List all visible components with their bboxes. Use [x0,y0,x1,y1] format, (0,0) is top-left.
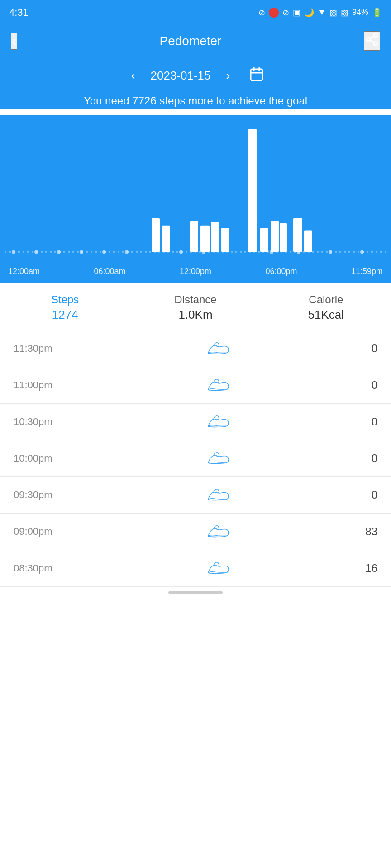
svg-rect-28 [248,129,257,252]
x-label-0: 12:00am [8,267,40,276]
moon-icon: 🌙 [304,8,314,18]
distance-label: Distance [135,293,256,306]
svg-line-3 [370,40,374,42]
shoe-icon [206,340,230,357]
svg-point-21 [360,250,364,254]
timeline-icon [104,377,332,393]
scroll-indicator [168,591,223,594]
timeline-row: 09:00pm 83 [0,514,391,550]
status-bar: 4:31 ⊘ ● ⊘ ▣ 🌙 ▼ ▧ ▧ 94% 🔋 [0,0,391,25]
timeline-row: 11:30pm 0 [0,330,391,367]
timeline-icon [104,450,332,467]
svg-rect-30 [271,221,279,252]
timeline-time: 09:00pm [14,526,104,538]
timeline-icon [104,524,332,540]
svg-rect-29 [260,228,268,252]
svg-rect-24 [190,221,198,252]
share-button[interactable] [364,31,380,51]
shoe-icon [206,524,230,540]
svg-rect-25 [200,225,210,252]
timeline-row: 10:00pm 0 [0,440,391,477]
svg-rect-33 [304,230,312,252]
top-nav: ‹ Pedometer [0,25,391,57]
timeline-row: 08:30pm 16 [0,550,391,587]
svg-point-15 [125,250,129,254]
x-label-3: 06:00pm [265,267,297,276]
timeline-row: 10:30pm 0 [0,404,391,440]
wifi-icon: ▼ [318,8,326,17]
signal-icon-2: ▧ [341,8,348,18]
date-row: ‹ 2023-01-15 › [14,66,377,85]
activity-chart [0,115,391,264]
chart-x-labels: 12:00am 06:00am 12:00pm 06:00pm 11:59pm [0,264,391,283]
distance-stat[interactable]: Distance 1.0Km [130,283,261,330]
svg-rect-5 [251,69,262,81]
svg-point-11 [34,250,38,254]
timeline-time: 09:30pm [14,489,104,501]
timeline-steps: 0 [332,342,377,355]
steps-label: Steps [5,293,125,306]
timeline-icon [104,560,332,576]
steps-value: 1274 [5,308,125,322]
stats-row: Steps 1274 Distance 1.0Km Calorie 51Kcal [0,283,391,330]
timeline-steps: 0 [332,379,377,392]
back-button[interactable]: ‹ [11,33,17,50]
svg-rect-26 [211,222,219,252]
timeline-steps: 0 [332,489,377,501]
timeline-time: 10:00pm [14,453,104,464]
svg-point-13 [80,250,83,254]
timeline-time: 10:30pm [14,416,104,428]
chart-header: ‹ 2023-01-15 › You need 7726 steps more … [0,57,391,108]
svg-point-16 [179,250,183,254]
app-icon-4: ▣ [293,8,300,18]
calendar-icon[interactable] [249,66,264,85]
steps-stat[interactable]: Steps 1274 [0,283,130,330]
x-label-1: 06:00am [94,267,125,276]
signal-icon-1: ▧ [329,8,337,18]
timeline-time: 11:30pm [14,343,104,354]
app-icon-3: ⊘ [282,8,289,18]
x-label-2: 12:00pm [180,267,211,276]
timeline-steps: 0 [332,415,377,428]
status-time: 4:31 [9,7,29,19]
svg-rect-27 [221,228,229,252]
svg-rect-31 [280,223,287,252]
timeline-list: 11:30pm 0 11:00pm 0 10:30pm [0,330,391,587]
shoe-icon [206,414,230,430]
x-label-4: 11:59pm [351,267,383,276]
timeline-time: 08:30pm [14,562,104,574]
next-date-button[interactable]: › [222,67,235,85]
calorie-value: 51Kcal [266,308,386,322]
app-icon-1: ⊘ [258,8,265,18]
calorie-stat[interactable]: Calorie 51Kcal [261,283,391,330]
battery-icon: 🔋 [372,8,382,18]
timeline-steps: 83 [332,525,377,538]
svg-line-4 [370,36,374,38]
app-icon-2: ● [269,8,279,18]
battery-percent: 94% [352,8,368,17]
calorie-label: Calorie [266,293,386,306]
svg-point-14 [102,250,106,254]
timeline-icon [104,487,332,503]
timeline-steps: 16 [332,562,377,575]
timeline-steps: 0 [332,452,377,465]
svg-rect-32 [293,218,302,252]
share-icon [365,32,379,47]
prev-date-button[interactable]: ‹ [127,67,140,85]
shoe-icon [206,377,230,393]
chart-container [0,115,391,264]
distance-value: 1.0Km [135,308,256,322]
timeline-time: 11:00pm [14,379,104,391]
timeline-row: 11:00pm 0 [0,367,391,404]
shoe-icon [206,450,230,467]
timeline-row: 09:30pm 0 [0,477,391,514]
svg-rect-22 [152,218,160,252]
page-title: Pedometer [160,34,222,48]
shoe-icon [206,560,230,576]
timeline-icon [104,414,332,430]
svg-point-12 [57,250,61,254]
svg-point-20 [329,250,332,254]
current-date: 2023-01-15 [151,69,211,83]
svg-point-10 [12,250,15,254]
svg-rect-23 [162,225,170,252]
